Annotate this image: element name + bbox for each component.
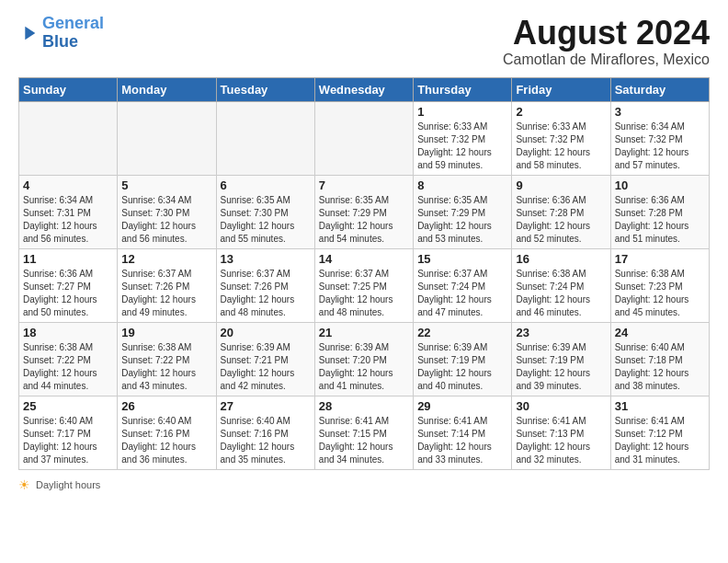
footer-row: ☀ Daylight hours <box>18 477 710 492</box>
day-info: Sunrise: 6:38 AM Sunset: 7:22 PM Dayligh… <box>121 341 211 393</box>
day-number: 22 <box>417 326 507 339</box>
calendar-cell: 10Sunrise: 6:36 AM Sunset: 7:28 PM Dayli… <box>610 175 709 248</box>
day-info: Sunrise: 6:36 AM Sunset: 7:27 PM Dayligh… <box>23 268 113 319</box>
calendar-cell: 23Sunrise: 6:39 AM Sunset: 7:19 PM Dayli… <box>512 322 610 396</box>
day-info: Sunrise: 6:41 AM Sunset: 7:13 PM Dayligh… <box>516 415 606 466</box>
week-row-5: 25Sunrise: 6:40 AM Sunset: 7:17 PM Dayli… <box>19 396 710 469</box>
day-number: 10 <box>615 178 705 192</box>
daylight-label: Daylight hours <box>36 479 100 490</box>
calendar-header-sunday: Sunday <box>19 77 118 101</box>
calendar-cell: 2Sunrise: 6:33 AM Sunset: 7:32 PM Daylig… <box>512 101 610 175</box>
day-number: 3 <box>615 105 705 119</box>
calendar-header-tuesday: Tuesday <box>216 77 314 101</box>
day-info: Sunrise: 6:37 AM Sunset: 7:25 PM Dayligh… <box>319 268 409 319</box>
calendar-cell: 6Sunrise: 6:35 AM Sunset: 7:30 PM Daylig… <box>216 175 314 248</box>
day-number: 31 <box>615 399 705 413</box>
calendar-header-saturday: Saturday <box>610 77 709 101</box>
calendar-cell: 22Sunrise: 6:39 AM Sunset: 7:19 PM Dayli… <box>414 322 512 396</box>
day-info: Sunrise: 6:41 AM Sunset: 7:15 PM Dayligh… <box>319 415 409 466</box>
calendar-cell: 5Sunrise: 6:34 AM Sunset: 7:30 PM Daylig… <box>118 175 216 248</box>
calendar-cell: 3Sunrise: 6:34 AM Sunset: 7:32 PM Daylig… <box>610 101 709 175</box>
day-info: Sunrise: 6:37 AM Sunset: 7:26 PM Dayligh… <box>221 268 311 319</box>
day-info: Sunrise: 6:38 AM Sunset: 7:23 PM Dayligh… <box>615 268 705 319</box>
day-info: Sunrise: 6:40 AM Sunset: 7:16 PM Dayligh… <box>121 415 211 466</box>
calendar-cell: 20Sunrise: 6:39 AM Sunset: 7:21 PM Dayli… <box>216 322 314 396</box>
sun-icon: ☀ <box>18 477 30 492</box>
day-info: Sunrise: 6:40 AM Sunset: 7:18 PM Dayligh… <box>615 341 705 393</box>
calendar-cell: 25Sunrise: 6:40 AM Sunset: 7:17 PM Dayli… <box>19 396 118 469</box>
calendar-cell: 28Sunrise: 6:41 AM Sunset: 7:15 PM Dayli… <box>314 396 413 469</box>
title-block: August 2024 Camotlan de Miraflores, Mexi… <box>503 15 710 68</box>
day-info: Sunrise: 6:34 AM Sunset: 7:31 PM Dayligh… <box>23 194 113 246</box>
day-info: Sunrise: 6:35 AM Sunset: 7:29 PM Dayligh… <box>319 194 409 246</box>
day-number: 7 <box>319 178 409 192</box>
day-info: Sunrise: 6:39 AM Sunset: 7:19 PM Dayligh… <box>417 341 507 393</box>
day-info: Sunrise: 6:41 AM Sunset: 7:12 PM Dayligh… <box>615 415 705 466</box>
calendar-cell: 11Sunrise: 6:36 AM Sunset: 7:27 PM Dayli… <box>19 248 118 322</box>
day-number: 20 <box>221 326 311 339</box>
day-number: 29 <box>417 399 507 413</box>
calendar-cell: 1Sunrise: 6:33 AM Sunset: 7:32 PM Daylig… <box>414 101 512 175</box>
day-info: Sunrise: 6:39 AM Sunset: 7:21 PM Dayligh… <box>221 341 311 393</box>
day-number: 27 <box>221 399 311 413</box>
day-number: 19 <box>121 326 211 339</box>
calendar-cell: 8Sunrise: 6:35 AM Sunset: 7:29 PM Daylig… <box>414 175 512 248</box>
calendar-table: SundayMondayTuesdayWednesdayThursdayFrid… <box>18 77 710 470</box>
day-number: 16 <box>516 252 606 266</box>
day-info: Sunrise: 6:35 AM Sunset: 7:30 PM Dayligh… <box>221 194 311 246</box>
month-year-title: August 2024 <box>503 15 710 52</box>
page: General Blue August 2024 Camotlan de Mir… <box>0 0 728 507</box>
day-info: Sunrise: 6:34 AM Sunset: 7:32 PM Dayligh… <box>615 121 705 172</box>
day-number: 1 <box>417 105 507 119</box>
day-info: Sunrise: 6:35 AM Sunset: 7:29 PM Dayligh… <box>417 194 507 246</box>
day-number: 12 <box>121 252 211 266</box>
calendar-cell: 12Sunrise: 6:37 AM Sunset: 7:26 PM Dayli… <box>118 248 216 322</box>
day-info: Sunrise: 6:38 AM Sunset: 7:24 PM Dayligh… <box>516 268 606 319</box>
day-number: 18 <box>23 326 113 339</box>
day-info: Sunrise: 6:37 AM Sunset: 7:26 PM Dayligh… <box>121 268 211 319</box>
day-info: Sunrise: 6:34 AM Sunset: 7:30 PM Dayligh… <box>121 194 211 246</box>
day-number: 15 <box>417 252 507 266</box>
day-number: 30 <box>516 399 606 413</box>
calendar-cell: 26Sunrise: 6:40 AM Sunset: 7:16 PM Dayli… <box>118 396 216 469</box>
calendar-cell: 29Sunrise: 6:41 AM Sunset: 7:14 PM Dayli… <box>414 396 512 469</box>
day-info: Sunrise: 6:41 AM Sunset: 7:14 PM Dayligh… <box>417 415 507 466</box>
day-info: Sunrise: 6:39 AM Sunset: 7:20 PM Dayligh… <box>319 341 409 393</box>
calendar-header-wednesday: Wednesday <box>314 77 413 101</box>
calendar-cell: 17Sunrise: 6:38 AM Sunset: 7:23 PM Dayli… <box>610 248 709 322</box>
calendar-cell: 31Sunrise: 6:41 AM Sunset: 7:12 PM Dayli… <box>610 396 709 469</box>
location-subtitle: Camotlan de Miraflores, Mexico <box>503 52 710 68</box>
header: General Blue August 2024 Camotlan de Mir… <box>18 15 710 68</box>
calendar-cell: 24Sunrise: 6:40 AM Sunset: 7:18 PM Dayli… <box>610 322 709 396</box>
logo-text: General Blue <box>42 15 104 52</box>
day-number: 8 <box>417 178 507 192</box>
calendar-cell: 18Sunrise: 6:38 AM Sunset: 7:22 PM Dayli… <box>19 322 118 396</box>
calendar-cell: 16Sunrise: 6:38 AM Sunset: 7:24 PM Dayli… <box>512 248 610 322</box>
day-info: Sunrise: 6:38 AM Sunset: 7:22 PM Dayligh… <box>23 341 113 393</box>
day-number: 25 <box>23 399 113 413</box>
calendar-cell: 30Sunrise: 6:41 AM Sunset: 7:13 PM Dayli… <box>512 396 610 469</box>
calendar-cell: 13Sunrise: 6:37 AM Sunset: 7:26 PM Dayli… <box>216 248 314 322</box>
day-info: Sunrise: 6:33 AM Sunset: 7:32 PM Dayligh… <box>417 121 507 172</box>
calendar-cell: 9Sunrise: 6:36 AM Sunset: 7:28 PM Daylig… <box>512 175 610 248</box>
calendar-cell <box>19 101 118 175</box>
day-number: 4 <box>23 178 113 192</box>
week-row-2: 4Sunrise: 6:34 AM Sunset: 7:31 PM Daylig… <box>19 175 710 248</box>
calendar-cell: 19Sunrise: 6:38 AM Sunset: 7:22 PM Dayli… <box>118 322 216 396</box>
week-row-1: 1Sunrise: 6:33 AM Sunset: 7:32 PM Daylig… <box>19 101 710 175</box>
svg-marker-0 <box>25 26 35 40</box>
calendar-cell: 21Sunrise: 6:39 AM Sunset: 7:20 PM Dayli… <box>314 322 413 396</box>
calendar-cell <box>216 101 314 175</box>
day-info: Sunrise: 6:36 AM Sunset: 7:28 PM Dayligh… <box>615 194 705 246</box>
week-row-4: 18Sunrise: 6:38 AM Sunset: 7:22 PM Dayli… <box>19 322 710 396</box>
day-info: Sunrise: 6:37 AM Sunset: 7:24 PM Dayligh… <box>417 268 507 319</box>
calendar-cell: 4Sunrise: 6:34 AM Sunset: 7:31 PM Daylig… <box>19 175 118 248</box>
logo-icon <box>18 23 39 43</box>
week-row-3: 11Sunrise: 6:36 AM Sunset: 7:27 PM Dayli… <box>19 248 710 322</box>
day-number: 28 <box>319 399 409 413</box>
calendar-cell: 7Sunrise: 6:35 AM Sunset: 7:29 PM Daylig… <box>314 175 413 248</box>
calendar-cell <box>314 101 413 175</box>
calendar-header-thursday: Thursday <box>414 77 512 101</box>
calendar-cell: 27Sunrise: 6:40 AM Sunset: 7:16 PM Dayli… <box>216 396 314 469</box>
day-number: 17 <box>615 252 705 266</box>
